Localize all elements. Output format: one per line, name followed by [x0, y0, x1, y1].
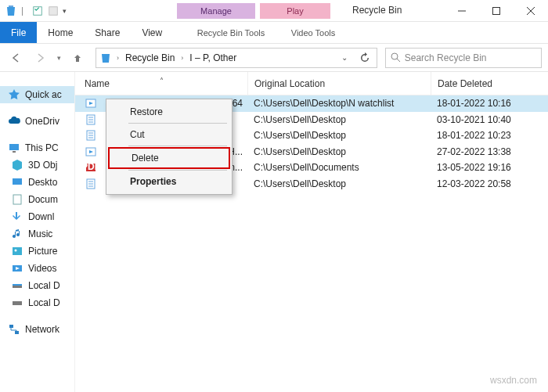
sidebar-item-label: Quick ac: [25, 89, 62, 100]
column-header-original-location[interactable]: Original Location: [247, 72, 431, 95]
svg-rect-4: [493, 8, 500, 15]
sidebar-item-label: Deskto: [28, 177, 57, 188]
sidebar-item-downloads[interactable]: Downl: [0, 208, 74, 225]
doc-file-icon: [85, 178, 97, 190]
address-dropdown-icon[interactable]: ⌄: [336, 49, 353, 67]
context-menu-restore[interactable]: Restore: [108, 102, 230, 121]
breadcrumb-root[interactable]: Recycle Bin: [124, 52, 176, 63]
svg-rect-13: [13, 247, 22, 255]
refresh-button[interactable]: [356, 49, 373, 67]
svg-point-7: [391, 53, 398, 59]
column-label: Original Location: [254, 78, 325, 89]
context-menu-cut[interactable]: Cut: [108, 125, 230, 144]
sidebar-item-documents[interactable]: Docum: [0, 191, 74, 208]
svg-text:PDF: PDF: [85, 161, 97, 172]
search-input[interactable]: [405, 52, 536, 63]
qat-placeholder-icon[interactable]: [47, 5, 59, 17]
file-date-deleted: 13-05-2022 19:16: [431, 162, 548, 173]
music-icon: [11, 228, 23, 240]
watermark: wsxdn.com: [490, 375, 537, 386]
maximize-button[interactable]: [479, 0, 514, 22]
svg-rect-11: [13, 178, 22, 185]
navigation-pane: Quick ac OneDriv This PC 3D Obj Deskto D…: [0, 72, 75, 392]
column-label: Date Deleted: [438, 78, 492, 89]
close-button[interactable]: [514, 0, 548, 22]
context-menu-properties[interactable]: Properties: [108, 172, 230, 191]
sidebar-item-onedrive[interactable]: OneDriv: [0, 113, 74, 130]
sidebar-item-quick-access[interactable]: Quick ac: [0, 86, 74, 103]
svg-rect-1: [34, 6, 42, 15]
svg-line-8: [397, 59, 400, 62]
sort-ascending-icon: ˄: [160, 77, 164, 85]
chevron-right-icon[interactable]: ›: [179, 54, 185, 62]
sidebar-item-label: Network: [25, 324, 59, 335]
context-menu-delete[interactable]: Delete: [110, 149, 229, 167]
chevron-right-icon[interactable]: ›: [115, 54, 121, 62]
drive-icon: [11, 297, 23, 309]
sidebar-item-3d-objects[interactable]: 3D Obj: [0, 156, 74, 174]
nav-forward-button[interactable]: [30, 48, 50, 68]
svg-rect-10: [13, 151, 16, 153]
pdf-file-icon: PDF: [85, 161, 97, 174]
file-original-location: C:\Users\Dell\Desktop\N watchlist: [247, 98, 431, 109]
ribbon-tab-share[interactable]: Share: [84, 22, 131, 43]
ribbon-tab-home[interactable]: Home: [37, 22, 84, 43]
nav-back-button[interactable]: [6, 48, 27, 68]
svg-rect-17: [13, 284, 22, 286]
ribbon-tab-recycle-bin-tools[interactable]: Recycle Bin Tools: [189, 22, 273, 44]
svg-point-14: [15, 250, 17, 252]
sidebar-item-network[interactable]: Network: [0, 321, 74, 338]
ribbon-tab-file[interactable]: File: [0, 22, 37, 43]
column-header-date-deleted[interactable]: Date Deleted: [431, 72, 548, 95]
file-date-deleted: 03-10-2021 10:40: [431, 114, 548, 125]
context-tab-play[interactable]: Play: [260, 3, 330, 19]
file-date-deleted: 18-01-2022 10:16: [431, 98, 548, 109]
window-title: Recycle Bin: [352, 5, 402, 16]
properties-icon[interactable]: [31, 5, 44, 17]
sidebar-item-label: Local D: [28, 280, 60, 291]
sidebar-item-videos[interactable]: Videos: [0, 260, 74, 277]
column-label: Name: [85, 78, 110, 89]
sidebar-item-label: Videos: [28, 263, 56, 274]
nav-history-dropdown[interactable]: ▾: [53, 48, 64, 68]
cloud-icon: [8, 115, 20, 128]
sidebar-item-desktop[interactable]: Deskto: [0, 174, 74, 191]
column-header-name[interactable]: Name˄: [75, 78, 247, 89]
doc-file-icon: [85, 113, 97, 126]
minimize-button[interactable]: [445, 0, 479, 22]
context-menu: Restore Cut Delete Properties: [106, 99, 233, 195]
download-icon: [11, 210, 23, 223]
sidebar-item-label: Docum: [28, 194, 58, 205]
video-file-icon: [85, 146, 97, 158]
star-icon: [8, 88, 20, 101]
context-menu-separator: [128, 146, 227, 146]
sidebar-item-pictures[interactable]: Picture: [0, 243, 74, 260]
ribbon-tab-video-tools[interactable]: Video Tools: [278, 22, 348, 44]
sidebar-item-this-pc[interactable]: This PC: [0, 139, 74, 156]
nav-up-button[interactable]: [67, 48, 88, 68]
context-tab-manage[interactable]: Manage: [177, 3, 255, 19]
search-box[interactable]: [385, 48, 542, 68]
sidebar-item-local-disk[interactable]: Local D: [0, 277, 74, 294]
file-date-deleted: 12-03-2022 20:58: [431, 178, 548, 189]
address-bar[interactable]: › Recycle Bin › I – P, Other ⌄: [96, 48, 377, 68]
svg-rect-20: [15, 331, 19, 334]
svg-rect-19: [9, 325, 13, 328]
sidebar-item-music[interactable]: Music: [0, 225, 74, 243]
sidebar-item-label: This PC: [25, 142, 59, 153]
breadcrumb-path[interactable]: I – P, Other: [188, 52, 238, 63]
sidebar-item-local-disk[interactable]: Local D: [0, 294, 74, 311]
desktop-icon: [11, 176, 23, 189]
ribbon-tab-view[interactable]: View: [131, 22, 173, 43]
network-icon: [8, 323, 20, 336]
qat-separator: │: [20, 7, 28, 15]
svg-rect-9: [9, 144, 19, 150]
sidebar-item-label: Music: [28, 228, 52, 239]
qat-dropdown-icon[interactable]: ▾: [63, 7, 70, 15]
svg-rect-0: [9, 5, 13, 7]
file-original-location: C:\Users\Dell\Desktop: [247, 146, 431, 157]
file-original-location: C:\Users\Dell\Desktop: [247, 178, 431, 189]
sidebar-item-label: Local D: [28, 297, 60, 308]
file-original-location: C:\Users\Dell\Desktop: [247, 130, 431, 141]
sidebar-item-label: OneDriv: [25, 116, 59, 127]
